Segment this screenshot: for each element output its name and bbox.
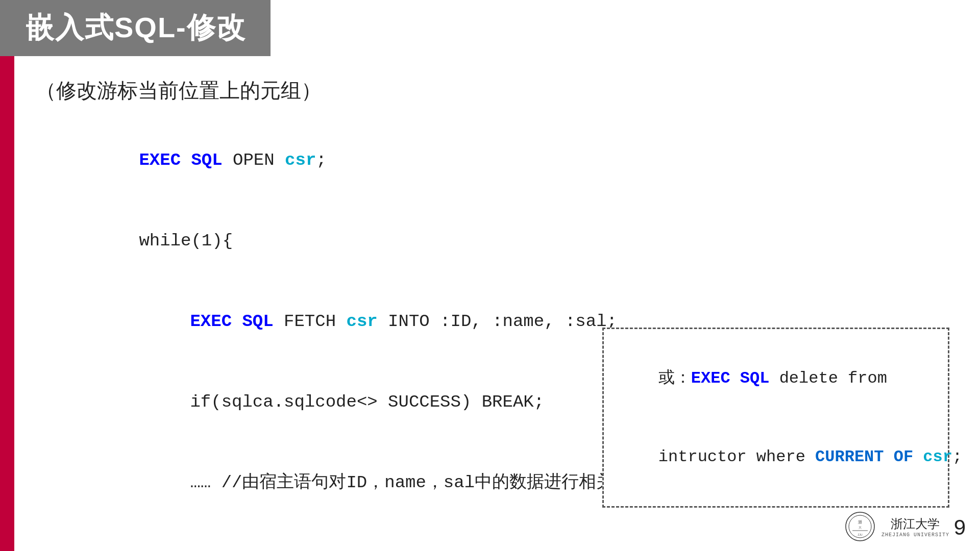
title-bar: 嵌入式SQL-修改 [0, 0, 271, 56]
keyword-current-of-2: CURRENT OF [815, 447, 913, 466]
university-logo-icon: 浙 大 ZJU [845, 511, 875, 542]
page-number: 9 [954, 515, 966, 540]
keyword-csr-2: csr [346, 312, 377, 331]
svg-text:ZJU: ZJU [857, 533, 863, 536]
dashed-line-2: intructor where CURRENT OF csr; [619, 417, 933, 496]
keyword-exec-sql-5: EXEC SQL [691, 369, 770, 388]
subtitle-text: （修改游标当前位置上的元组） [26, 77, 954, 105]
keyword-exec-sql-1: EXEC SQL [139, 151, 222, 170]
svg-text:大: 大 [859, 526, 862, 529]
accent-bar [0, 0, 14, 551]
slide-title: 嵌入式SQL-修改 [26, 9, 246, 47]
code-line-while: while(1){ [46, 201, 954, 281]
university-logo-area: 浙 大 ZJU 浙江大学 ZHEJIANG UNIVERSITY [845, 511, 949, 542]
dashed-line-1: 或：EXEC SQL delete from [619, 339, 933, 418]
university-cn-name: 浙江大学 [891, 516, 940, 532]
code-line-1: EXEC SQL OPEN csr; [46, 120, 954, 201]
keyword-exec-sql-2: EXEC SQL [190, 312, 273, 331]
keyword-csr-5: csr [923, 447, 952, 466]
svg-text:浙: 浙 [858, 520, 862, 524]
university-name-block: 浙江大学 ZHEJIANG UNIVERSITY [881, 516, 949, 538]
dashed-alternative-box: 或：EXEC SQL delete from intructor where C… [602, 328, 949, 508]
code-line-update: EXEC SQL update instructor [46, 523, 954, 551]
keyword-csr-1: csr [285, 151, 316, 170]
university-en-name: ZHEJIANG UNIVERSITY [881, 532, 949, 538]
